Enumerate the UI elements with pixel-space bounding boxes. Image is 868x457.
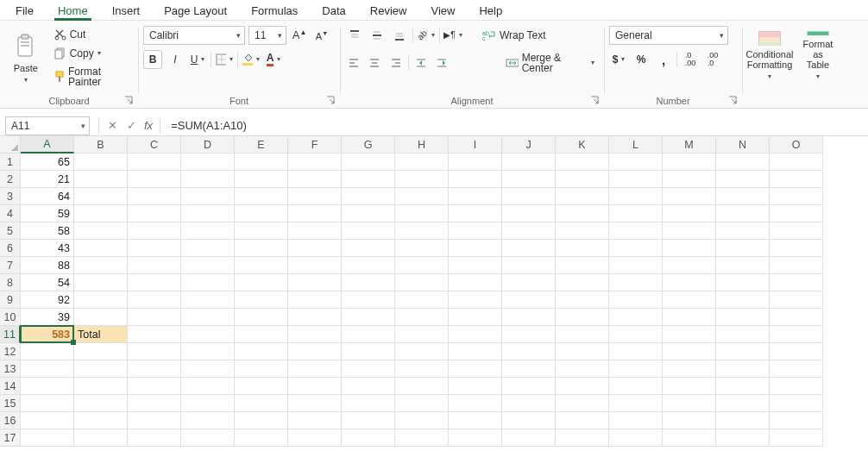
cell-J9[interactable] [502,291,556,309]
cell-F15[interactable] [288,395,342,412]
cell-J13[interactable] [502,360,556,378]
cell-D17[interactable] [181,429,235,447]
cell-K9[interactable] [556,291,609,309]
cell-I13[interactable] [449,360,502,378]
formula-bar-input[interactable]: =SUM(A1:A10) [164,116,868,135]
cell-B13[interactable] [74,360,128,378]
cell-F14[interactable] [288,378,342,395]
cell-O6[interactable] [770,240,823,257]
menu-item-formulas[interactable]: Formulas [239,2,310,19]
cell-F2[interactable] [288,171,342,188]
cell-O1[interactable] [770,153,823,171]
col-header-D[interactable]: D [181,136,235,153]
cell-N16[interactable] [716,412,770,429]
cell-M11[interactable] [663,326,716,343]
cell-K7[interactable] [556,257,609,274]
row-header-2[interactable]: 2 [0,171,21,188]
insert-function-button[interactable]: fx [141,119,156,132]
cell-A15[interactable] [21,395,74,412]
cell-D1[interactable] [181,153,235,171]
row-header-4[interactable]: 4 [0,205,21,222]
cell-D8[interactable] [181,274,235,291]
cell-L8[interactable] [609,274,663,291]
menu-item-page-layout[interactable]: Page Layout [152,2,239,19]
cell-M6[interactable] [663,240,716,257]
cell-N11[interactable] [716,326,770,343]
decrease-decimal-button[interactable]: .00.0 [703,50,722,69]
cell-K12[interactable] [556,343,609,360]
cell-A10[interactable]: 39 [21,309,74,326]
merge-center-button[interactable]: Merge & Center ▾ [501,50,599,76]
cell-E8[interactable] [235,274,288,291]
col-header-M[interactable]: M [663,136,716,153]
number-format-select[interactable]: General [609,26,728,45]
cell-M7[interactable] [663,257,716,274]
cell-D5[interactable] [181,222,235,240]
cell-H6[interactable] [395,240,449,257]
enter-formula-button[interactable]: ✓ [122,119,141,132]
cell-F7[interactable] [288,257,342,274]
cell-L9[interactable] [609,291,663,309]
cell-E14[interactable] [235,378,288,395]
cell-N6[interactable] [716,240,770,257]
cell-K4[interactable] [556,205,609,222]
cell-D13[interactable] [181,360,235,378]
row-header-10[interactable]: 10 [0,309,21,326]
cell-G1[interactable] [342,153,395,171]
cell-K15[interactable] [556,395,609,412]
menu-item-data[interactable]: Data [310,2,357,19]
cell-N15[interactable] [716,395,770,412]
cell-I1[interactable] [449,153,502,171]
bold-button[interactable]: B [143,50,162,69]
cell-N10[interactable] [716,309,770,326]
cell-H17[interactable] [395,429,449,447]
cell-N5[interactable] [716,222,770,240]
cell-C8[interactable] [128,274,181,291]
cell-E16[interactable] [235,412,288,429]
row-header-12[interactable]: 12 [0,343,21,360]
cell-L4[interactable] [609,205,663,222]
cell-H16[interactable] [395,412,449,429]
cell-O9[interactable] [770,291,823,309]
cell-E13[interactable] [235,360,288,378]
decrease-font-button[interactable]: A▼ [312,26,331,45]
cell-G13[interactable] [342,360,395,378]
cell-G12[interactable] [342,343,395,360]
cell-C9[interactable] [128,291,181,309]
wrap-text-button[interactable]: abc Wrap Text [478,27,550,44]
conditional-formatting-button[interactable]: Conditional Formatting ▾ [747,26,792,83]
cell-A13[interactable] [21,360,74,378]
cell-F17[interactable] [288,429,342,447]
row-header-16[interactable]: 16 [0,412,21,429]
cell-L13[interactable] [609,360,663,378]
cell-A2[interactable]: 21 [21,171,74,188]
cell-I9[interactable] [449,291,502,309]
cell-A5[interactable]: 58 [21,222,74,240]
cell-G11[interactable] [342,326,395,343]
cell-K3[interactable] [556,188,609,205]
cell-C17[interactable] [128,429,181,447]
cell-M1[interactable] [663,153,716,171]
cell-D3[interactable] [181,188,235,205]
cell-J3[interactable] [502,188,556,205]
cell-J7[interactable] [502,257,556,274]
col-header-A[interactable]: A [21,136,74,153]
cell-D10[interactable] [181,309,235,326]
cell-M13[interactable] [663,360,716,378]
cell-K10[interactable] [556,309,609,326]
cell-M14[interactable] [663,378,716,395]
cell-D9[interactable] [181,291,235,309]
cell-I8[interactable] [449,274,502,291]
col-header-L[interactable]: L [609,136,663,153]
font-size-select[interactable]: 11 [248,26,286,45]
cell-I7[interactable] [449,257,502,274]
cell-L17[interactable] [609,429,663,447]
cell-K1[interactable] [556,153,609,171]
cell-G17[interactable] [342,429,395,447]
fill-color-button[interactable]: ▾ [242,50,261,69]
orientation-button[interactable]: ab▾ [417,26,436,45]
comma-format-button[interactable]: , [654,50,673,69]
cell-A8[interactable]: 54 [21,274,74,291]
cell-I10[interactable] [449,309,502,326]
cell-E4[interactable] [235,205,288,222]
